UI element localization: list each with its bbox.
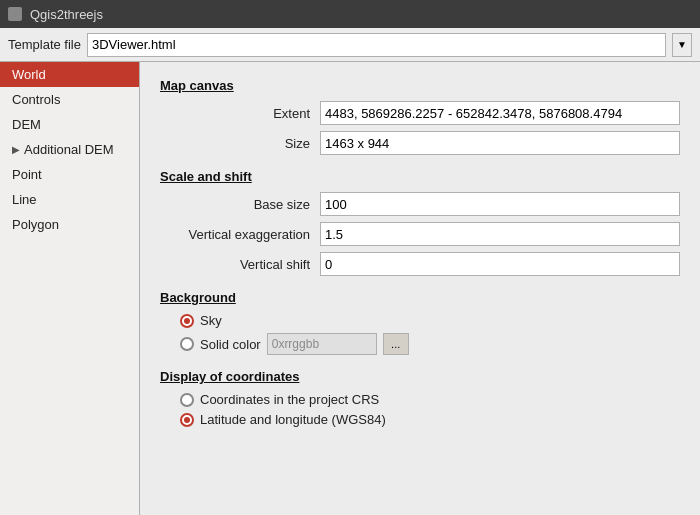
sidebar-item-dem[interactable]: DEM <box>0 112 139 137</box>
right-panel: Map canvas Extent Size Scale and shift B… <box>140 62 700 515</box>
sidebar-item-label: Point <box>12 167 42 182</box>
template-file-input[interactable] <box>87 33 666 57</box>
display-coords-section: Display of coordinates Coordinates in th… <box>160 369 680 427</box>
vert-shift-input[interactable] <box>320 252 680 276</box>
template-dropdown-button[interactable]: ▼ <box>672 33 692 57</box>
extent-row: Extent <box>160 101 680 125</box>
sidebar-item-label: DEM <box>12 117 41 132</box>
sidebar-item-controls[interactable]: Controls <box>0 87 139 112</box>
sidebar: WorldControlsDEM▶Additional DEMPointLine… <box>0 62 140 515</box>
coords-radio-group: Coordinates in the project CRS Latitude … <box>180 392 680 427</box>
sidebar-item-label: World <box>12 67 46 82</box>
solid-color-picker-button[interactable]: ... <box>383 333 409 355</box>
extent-input[interactable] <box>320 101 680 125</box>
wgs84-radio[interactable] <box>180 413 194 427</box>
extent-label: Extent <box>160 106 320 121</box>
sidebar-item-label: Line <box>12 192 37 207</box>
sidebar-item-line[interactable]: Line <box>0 187 139 212</box>
background-title: Background <box>160 290 680 305</box>
map-canvas-title: Map canvas <box>160 78 680 93</box>
sky-radio-row: Sky <box>180 313 680 328</box>
main-content: WorldControlsDEM▶Additional DEMPointLine… <box>0 62 700 515</box>
scale-shift-title: Scale and shift <box>160 169 680 184</box>
solid-color-input[interactable] <box>267 333 377 355</box>
sidebar-item-polygon[interactable]: Polygon <box>0 212 139 237</box>
project-crs-label: Coordinates in the project CRS <box>200 392 379 407</box>
base-size-input[interactable] <box>320 192 680 216</box>
sidebar-item-point[interactable]: Point <box>0 162 139 187</box>
sky-radio[interactable] <box>180 314 194 328</box>
wgs84-label: Latitude and longitude (WGS84) <box>200 412 386 427</box>
background-section: Background Sky Solid color ... <box>160 290 680 355</box>
solid-color-radio[interactable] <box>180 337 194 351</box>
arrow-icon: ▶ <box>12 144 20 155</box>
size-label: Size <box>160 136 320 151</box>
vert-exag-row: Vertical exaggeration <box>160 222 680 246</box>
titlebar: Qgis2threejs <box>0 0 700 28</box>
size-row: Size <box>160 131 680 155</box>
sidebar-item-label: Controls <box>12 92 60 107</box>
display-coords-title: Display of coordinates <box>160 369 680 384</box>
solid-color-label: Solid color <box>200 337 261 352</box>
sidebar-item-world[interactable]: World <box>0 62 139 87</box>
vert-exag-label: Vertical exaggeration <box>160 227 320 242</box>
vert-exag-input[interactable] <box>320 222 680 246</box>
chevron-down-icon: ▼ <box>677 39 687 50</box>
scale-shift-section: Scale and shift Base size Vertical exagg… <box>160 169 680 276</box>
vert-shift-label: Vertical shift <box>160 257 320 272</box>
wgs84-row: Latitude and longitude (WGS84) <box>180 412 680 427</box>
map-canvas-section: Map canvas Extent Size <box>160 78 680 155</box>
template-label: Template file <box>8 37 81 52</box>
vert-shift-row: Vertical shift <box>160 252 680 276</box>
base-size-label: Base size <box>160 197 320 212</box>
size-input[interactable] <box>320 131 680 155</box>
solid-color-row: Solid color ... <box>180 333 680 355</box>
project-crs-radio[interactable] <box>180 393 194 407</box>
sidebar-item-label: Additional DEM <box>24 142 114 157</box>
sidebar-item-additional-dem[interactable]: ▶Additional DEM <box>0 137 139 162</box>
project-crs-row: Coordinates in the project CRS <box>180 392 680 407</box>
template-bar: Template file ▼ <box>0 28 700 62</box>
close-button[interactable] <box>8 7 22 21</box>
app-title: Qgis2threejs <box>30 7 103 22</box>
sky-label: Sky <box>200 313 222 328</box>
ellipsis-icon: ... <box>391 338 400 350</box>
sidebar-item-label: Polygon <box>12 217 59 232</box>
background-radio-group: Sky Solid color ... <box>180 313 680 355</box>
base-size-row: Base size <box>160 192 680 216</box>
